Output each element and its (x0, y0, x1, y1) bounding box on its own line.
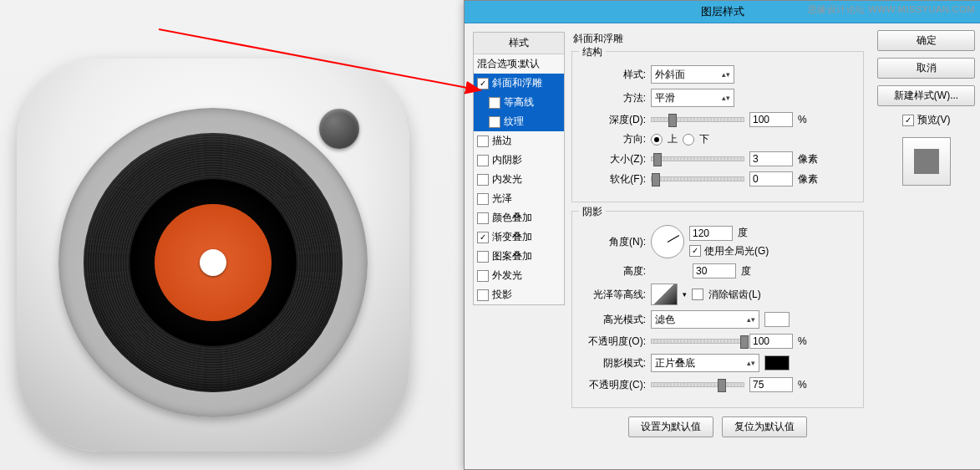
highlight-opacity-unit: % (798, 335, 818, 347)
disc-grooves (84, 133, 343, 392)
checkbox-color-overlay[interactable] (477, 212, 489, 224)
highlight-mode-label: 高光模式: (582, 313, 646, 327)
technique-label: 方法: (582, 91, 646, 105)
global-light-checkbox[interactable] (689, 245, 701, 257)
gloss-contour-label: 光泽等高线: (582, 288, 646, 302)
styles-list-header: 样式 (474, 33, 564, 54)
style-color-overlay[interactable]: 颜色叠加 (474, 208, 564, 227)
checkbox-pattern-overlay[interactable] (477, 251, 489, 263)
checkbox-bevel[interactable] (477, 78, 489, 89)
shadow-opacity-unit: % (798, 379, 818, 391)
size-input[interactable]: 3 (749, 151, 793, 166)
blending-options-default[interactable]: 混合选项:默认 (474, 54, 564, 74)
altitude-label: 高度: (582, 264, 646, 278)
soften-slider[interactable] (651, 176, 744, 181)
checkbox-stroke[interactable] (477, 135, 489, 147)
dialog-button-column: 确定 取消 新建样式(W)... 预览(V) (878, 30, 974, 186)
soften-input[interactable]: 0 (749, 171, 793, 186)
antialias-checkbox[interactable] (692, 289, 703, 300)
depth-input[interactable]: 100 (749, 112, 793, 127)
structure-legend: 结构 (579, 45, 606, 59)
cancel-button[interactable]: 取消 (877, 58, 975, 79)
make-default-button[interactable]: 设置为默认值 (628, 416, 713, 437)
shading-legend: 阴影 (579, 205, 606, 219)
shadow-mode-label: 阴影模式: (582, 356, 646, 370)
small-lens-dot (319, 109, 359, 149)
disc-black-ring (129, 179, 297, 346)
structure-fieldset: 结构 样式: 外斜面▴▾ 方法: 平滑▴▾ 深度(D): 100 % 方向: (571, 51, 864, 202)
checkbox-inner-glow[interactable] (477, 174, 489, 186)
size-unit: 像素 (798, 152, 818, 166)
style-satin[interactable]: 光泽 (474, 189, 564, 208)
style-texture[interactable]: 纹理 (474, 112, 564, 131)
style-label: 样式: (582, 68, 646, 82)
angle-input[interactable]: 120 (689, 226, 733, 241)
soften-unit: 像素 (798, 172, 818, 186)
technique-select[interactable]: 平滑▴▾ (651, 89, 734, 107)
highlight-color-swatch[interactable] (764, 312, 790, 327)
angle-label: 角度(N): (582, 235, 646, 249)
reset-default-button[interactable]: 复位为默认值 (722, 416, 807, 437)
style-drop-shadow[interactable]: 投影 (474, 285, 564, 304)
direction-down-label: 下 (699, 132, 709, 146)
ok-button[interactable]: 确定 (877, 30, 975, 51)
highlight-opacity-input[interactable]: 100 (749, 334, 793, 349)
style-pattern-overlay[interactable]: 图案叠加 (474, 247, 564, 266)
checkbox-texture[interactable] (489, 116, 500, 128)
watermark-text: 思缘设计论坛 WWW.MISSYUAN.COM (808, 3, 975, 16)
shadow-opacity-slider[interactable] (651, 382, 744, 387)
style-contour[interactable]: 等高线 (474, 93, 564, 112)
direction-down-radio[interactable] (683, 134, 694, 146)
style-stroke[interactable]: 描边 (474, 131, 564, 151)
highlight-mode-select[interactable]: 滤色▴▾ (651, 310, 759, 329)
checkbox-drop-shadow[interactable] (477, 289, 489, 301)
depth-slider[interactable] (651, 117, 744, 122)
preview-thumbnail (902, 137, 951, 186)
style-inner-glow[interactable]: 内发光 (474, 170, 564, 189)
direction-up-radio[interactable] (651, 134, 663, 146)
checkbox-satin[interactable] (477, 193, 489, 205)
style-gradient-overlay[interactable]: 渐变叠加 (474, 227, 564, 247)
checkbox-gradient-overlay[interactable] (477, 232, 489, 243)
style-bevel-emboss[interactable]: 斜面和浮雕 (474, 74, 564, 93)
disc-outer-rim (58, 108, 368, 417)
bevel-settings-panel: 斜面和浮雕 结构 样式: 外斜面▴▾ 方法: 平滑▴▾ 深度(D): 100 % (571, 32, 864, 437)
dropdown-icon[interactable]: ▾ (683, 290, 687, 299)
angle-unit: 度 (738, 226, 748, 240)
disc-orange-label (155, 204, 272, 321)
global-light-label: 使用全局光(G) (704, 244, 769, 258)
soften-label: 软化(F): (582, 172, 646, 186)
size-slider[interactable] (651, 156, 744, 161)
vinyl-icon-artwork (17, 59, 409, 452)
updown-icon: ▴▾ (747, 318, 755, 322)
style-select[interactable]: 外斜面▴▾ (651, 65, 734, 84)
preview-label: 预览(V) (917, 113, 951, 127)
updown-icon: ▴▾ (722, 73, 730, 77)
shadow-color-swatch[interactable] (764, 355, 790, 370)
updown-icon: ▴▾ (722, 96, 730, 100)
updown-icon: ▴▾ (747, 361, 755, 365)
checkbox-outer-glow[interactable] (477, 270, 489, 282)
direction-up-label: 上 (668, 132, 678, 146)
shadow-mode-select[interactable]: 正片叠底▴▾ (651, 354, 759, 372)
altitude-input[interactable]: 30 (693, 263, 736, 278)
direction-label: 方向: (582, 132, 646, 146)
shadow-opacity-input[interactable]: 75 (749, 377, 793, 392)
shadow-opacity-label: 不透明度(C): (582, 378, 646, 392)
angle-dial[interactable] (651, 225, 684, 258)
new-style-button[interactable]: 新建样式(W)... (877, 85, 975, 106)
gloss-contour-picker[interactable] (651, 284, 678, 305)
depth-unit: % (798, 114, 818, 125)
preview-checkbox[interactable] (902, 115, 914, 126)
style-outer-glow[interactable]: 外发光 (474, 266, 564, 285)
altitude-unit: 度 (741, 264, 751, 278)
antialias-label: 消除锯齿(L) (708, 288, 761, 302)
style-inner-shadow[interactable]: 内阴影 (474, 151, 564, 170)
disc-center-hole (200, 249, 226, 276)
highlight-opacity-slider[interactable] (651, 339, 744, 344)
checkbox-contour[interactable] (489, 97, 500, 109)
highlight-opacity-label: 不透明度(O): (582, 335, 646, 349)
depth-label: 深度(D): (582, 113, 646, 127)
panel-heading: 斜面和浮雕 (573, 32, 864, 46)
checkbox-inner-shadow[interactable] (477, 155, 489, 166)
